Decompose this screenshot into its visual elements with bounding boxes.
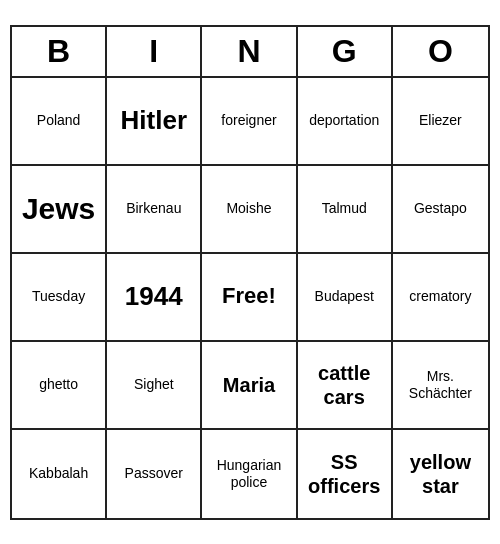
bingo-cell: Hungarian police [202, 430, 297, 518]
bingo-cell: Poland [12, 78, 107, 166]
bingo-cell: Sighet [107, 342, 202, 430]
cell-text: Budapest [315, 288, 374, 305]
cell-text: Sighet [134, 376, 174, 393]
cell-text: Talmud [322, 200, 367, 217]
cell-text: Kabbalah [29, 465, 88, 482]
bingo-cell: Talmud [298, 166, 393, 254]
cell-text: Mrs. Schächter [409, 368, 472, 402]
bingo-cell: deportation [298, 78, 393, 166]
header-letter: I [107, 27, 202, 76]
bingo-cell: Budapest [298, 254, 393, 342]
bingo-cell: Birkenau [107, 166, 202, 254]
header-letter: B [12, 27, 107, 76]
cell-text: Moishe [226, 200, 271, 217]
bingo-cell: Hitler [107, 78, 202, 166]
cell-text: foreigner [221, 112, 276, 129]
bingo-cell: Mrs. Schächter [393, 342, 488, 430]
bingo-cell: Free! [202, 254, 297, 342]
cell-text: Gestapo [414, 200, 467, 217]
bingo-cell: crematory [393, 254, 488, 342]
cell-text: crematory [409, 288, 471, 305]
cell-text: 1944 [125, 281, 183, 312]
cell-text: ghetto [39, 376, 78, 393]
bingo-cell: ghetto [12, 342, 107, 430]
bingo-cell: Jews [12, 166, 107, 254]
bingo-cell: Maria [202, 342, 297, 430]
cell-text: Hitler [121, 105, 187, 136]
header-letter: N [202, 27, 297, 76]
cell-text: SS officers [302, 450, 387, 498]
cell-text: Tuesday [32, 288, 85, 305]
cell-text: yellow star [397, 450, 484, 498]
header-letter: O [393, 27, 488, 76]
cell-text: Poland [37, 112, 81, 129]
cell-text: Birkenau [126, 200, 181, 217]
bingo-cell: Gestapo [393, 166, 488, 254]
bingo-cell: Eliezer [393, 78, 488, 166]
bingo-card: BINGO PolandHitlerforeignerdeportationEl… [10, 25, 490, 520]
bingo-cell: foreigner [202, 78, 297, 166]
header-letter: G [298, 27, 393, 76]
bingo-cell: yellow star [393, 430, 488, 518]
cell-text: Free! [222, 283, 276, 309]
cell-text: Jews [22, 191, 95, 227]
cell-text: Hungarian police [206, 457, 291, 491]
bingo-header: BINGO [12, 27, 488, 78]
bingo-cell: Passover [107, 430, 202, 518]
bingo-cell: Moishe [202, 166, 297, 254]
bingo-cell: SS officers [298, 430, 393, 518]
cell-text: cattle cars [302, 361, 387, 409]
bingo-cell: Tuesday [12, 254, 107, 342]
bingo-cell: Kabbalah [12, 430, 107, 518]
cell-text: Maria [223, 373, 275, 397]
cell-text: deportation [309, 112, 379, 129]
cell-text: Eliezer [419, 112, 462, 129]
cell-text: Passover [125, 465, 183, 482]
bingo-cell: cattle cars [298, 342, 393, 430]
bingo-cell: 1944 [107, 254, 202, 342]
bingo-grid: PolandHitlerforeignerdeportationEliezerJ… [12, 78, 488, 518]
